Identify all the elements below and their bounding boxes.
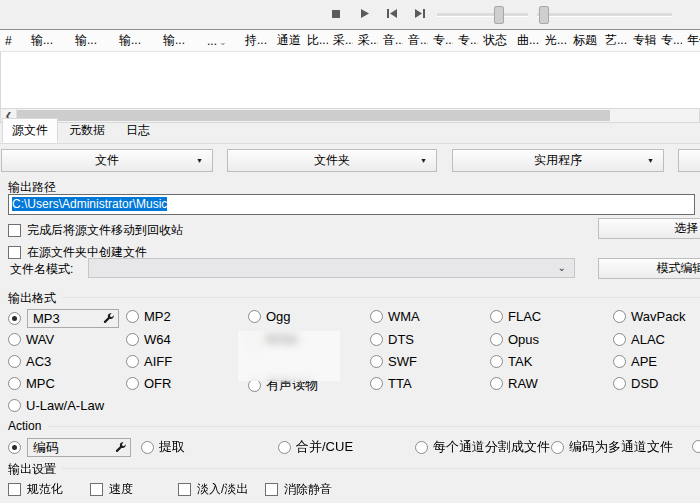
format-option-MP2[interactable]: MP2 <box>126 309 171 324</box>
stop-button[interactable] <box>326 5 346 23</box>
checkbox-icon <box>8 483 21 496</box>
format-option-WavPack[interactable]: WavPack <box>613 309 685 324</box>
grid-column-header[interactable]: 专... <box>453 32 478 49</box>
seek-slider[interactable] <box>537 13 672 17</box>
option-label: 每个通道分割成文件 <box>433 438 550 456</box>
skip-back-button[interactable] <box>382 5 402 23</box>
chevron-down-icon: ▼ <box>196 157 203 164</box>
wrench-icon[interactable] <box>115 442 126 453</box>
tab-源文件[interactable]: 源文件 <box>2 118 58 143</box>
format-option-FLAC[interactable]: FLAC <box>490 309 541 324</box>
format-option-U-Law/A-Law[interactable]: U-Law/A-Law <box>8 398 104 413</box>
output-path-input[interactable]: C:\Users\Administrator\Music <box>8 194 695 215</box>
action-option-编码为多通道文件[interactable]: 编码为多通道文件 <box>551 438 673 456</box>
grid-column-header[interactable]: 通道 <box>272 32 302 49</box>
grid-column-header[interactable]: 曲... <box>512 32 540 49</box>
radio-icon <box>370 355 383 368</box>
grid-column-header[interactable]: 输... <box>158 32 202 49</box>
volume-slider[interactable] <box>437 13 528 17</box>
skip-forward-icon <box>414 5 426 23</box>
tab-日志[interactable]: 日志 <box>116 118 160 143</box>
format-option-DSD[interactable]: DSD <box>613 376 658 391</box>
play-button[interactable] <box>354 5 374 23</box>
grid-column-header[interactable]: 输... <box>26 32 70 49</box>
filename-pattern-combobox[interactable]: ⌄ <box>88 258 575 278</box>
select-path-button[interactable]: 选择 <box>598 218 700 239</box>
radio-icon <box>370 377 383 390</box>
grid-column-header[interactable]: 输... <box>114 32 158 49</box>
grid-column-header[interactable]: ...⌄ <box>202 34 240 48</box>
grid-column-header[interactable]: 专... <box>656 32 682 49</box>
menu-button-partial[interactable] <box>678 149 700 172</box>
format-option-RAW[interactable]: RAW <box>490 376 538 391</box>
volume-slider-thumb[interactable] <box>494 6 504 24</box>
action-option-每个通道分割成文件[interactable]: 每个通道分割成文件 <box>415 438 550 456</box>
format-option-DTS[interactable]: DTS <box>370 332 414 347</box>
grid-column-header[interactable]: 标题 <box>568 32 600 49</box>
format-option-Ogg[interactable]: Ogg <box>248 309 291 324</box>
format-option-AIFF[interactable]: AIFF <box>126 354 172 369</box>
move-to-recycle-checkbox[interactable]: 完成后将源文件移动到回收站 <box>8 222 183 239</box>
action-edit-box: 编码 <box>27 438 131 457</box>
action-option-partial[interactable] <box>692 440 700 453</box>
grid-column-header[interactable]: 比... <box>302 32 328 49</box>
setting-checkbox-消除静音[interactable]: 消除静音 <box>265 481 332 498</box>
grid-column-header[interactable]: 采... <box>353 32 378 49</box>
format-option-W64[interactable]: W64 <box>126 332 171 347</box>
grid-column-header[interactable]: 光... <box>540 32 568 49</box>
grid-column-header[interactable]: 专辑 <box>628 32 656 49</box>
grid-column-header[interactable]: 音... <box>378 32 403 49</box>
file-grid-body[interactable] <box>0 52 700 108</box>
format-option-Opus[interactable]: Opus <box>490 332 539 347</box>
grid-column-header[interactable]: 状态 <box>478 32 512 49</box>
option-label: AIFF <box>144 354 172 369</box>
format-option-ALAC[interactable]: ALAC <box>613 332 665 347</box>
checkbox-label: 消除静音 <box>284 481 332 498</box>
grid-column-header[interactable]: 年份 <box>682 32 700 49</box>
format-option-AC3[interactable]: AC3 <box>8 354 51 369</box>
option-label: DSD <box>631 376 658 391</box>
format-option-WAV[interactable]: WAV <box>8 332 54 347</box>
seek-slider-thumb[interactable] <box>539 6 549 24</box>
setting-checkbox-淡入/淡出[interactable]: 淡入/淡出 <box>178 481 248 498</box>
grid-column-header[interactable]: 专... <box>428 32 453 49</box>
wrench-icon[interactable] <box>103 313 114 324</box>
option-label: TAK <box>508 354 532 369</box>
format-option-TAK[interactable]: TAK <box>490 354 532 369</box>
grid-column-header[interactable]: # <box>0 34 26 48</box>
file-grid-header: #输...输...输...输......⌄持...通道比...采...采...音… <box>0 29 700 52</box>
menu-button-label: 文件夹 <box>314 152 350 169</box>
action-option-提取[interactable]: 提取 <box>141 438 185 456</box>
option-label: MPC <box>26 376 55 391</box>
format-option-TTA[interactable]: TTA <box>370 376 412 391</box>
grid-column-header[interactable]: 采... <box>328 32 353 49</box>
option-label: U-Law/A-Law <box>26 398 104 413</box>
format-option-MP3[interactable]: MP3 <box>8 309 119 328</box>
format-option-OFR[interactable]: OFR <box>126 376 171 391</box>
format-option-SWF[interactable]: SWF <box>370 354 417 369</box>
radio-icon <box>8 355 21 368</box>
option-label: ALAC <box>631 332 665 347</box>
grid-column-header[interactable]: 输... <box>70 32 114 49</box>
menu-button-文件夹[interactable]: 文件夹▼ <box>227 149 437 172</box>
tab-元数据[interactable]: 元数据 <box>59 118 115 143</box>
option-label: SWF <box>388 354 417 369</box>
action-option-编码[interactable]: 编码 <box>8 438 131 457</box>
play-icon <box>359 5 370 23</box>
menu-button-实用程序[interactable]: 实用程序▼ <box>452 149 664 172</box>
chevron-down-icon: ▼ <box>647 157 654 164</box>
grid-column-header[interactable]: 艺... <box>600 32 628 49</box>
skip-forward-button[interactable] <box>410 5 430 23</box>
setting-checkbox-速度[interactable]: 速度 <box>90 481 133 498</box>
pattern-editor-button[interactable]: 模式编辑器 <box>598 258 700 279</box>
format-option-MPC[interactable]: MPC <box>8 376 55 391</box>
setting-checkbox-规范化[interactable]: 规范化 <box>8 481 63 498</box>
format-option-WMA[interactable]: WMA <box>370 309 420 324</box>
format-option-APE[interactable]: APE <box>613 354 657 369</box>
blur-patch <box>238 331 340 381</box>
stop-icon <box>331 5 341 23</box>
grid-column-header[interactable]: 音... <box>403 32 428 49</box>
menu-button-文件[interactable]: 文件▼ <box>1 149 213 172</box>
action-option-合并/CUE[interactable]: 合并/CUE <box>278 438 353 456</box>
grid-column-header[interactable]: 持... <box>240 32 272 49</box>
